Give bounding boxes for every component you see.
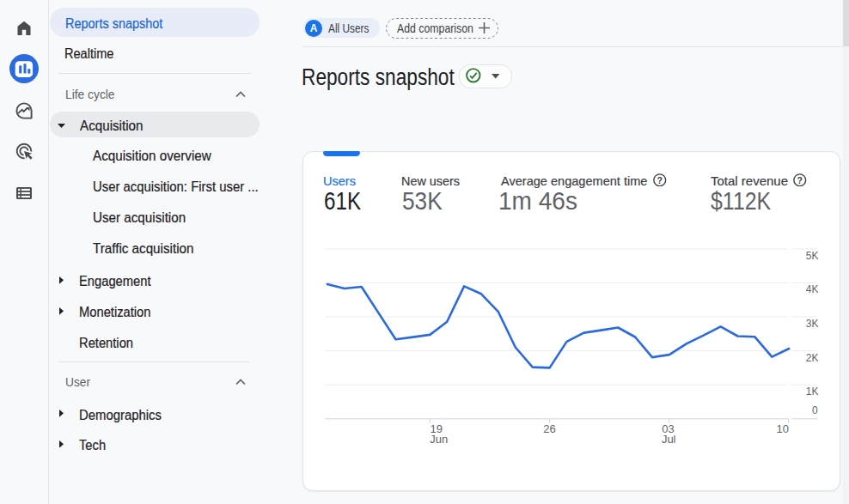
svg-text:5K: 5K bbox=[806, 250, 819, 262]
svg-text:Jul: Jul bbox=[662, 433, 676, 446]
svg-text:10: 10 bbox=[776, 422, 788, 435]
svg-text:26: 26 bbox=[543, 422, 555, 435]
svg-text:0: 0 bbox=[812, 404, 818, 416]
svg-text:Jun: Jun bbox=[430, 433, 448, 446]
svg-text:1K: 1K bbox=[806, 386, 819, 398]
svg-text:3K: 3K bbox=[806, 318, 819, 330]
svg-text:4K: 4K bbox=[806, 283, 819, 295]
svg-text:2K: 2K bbox=[806, 352, 819, 364]
